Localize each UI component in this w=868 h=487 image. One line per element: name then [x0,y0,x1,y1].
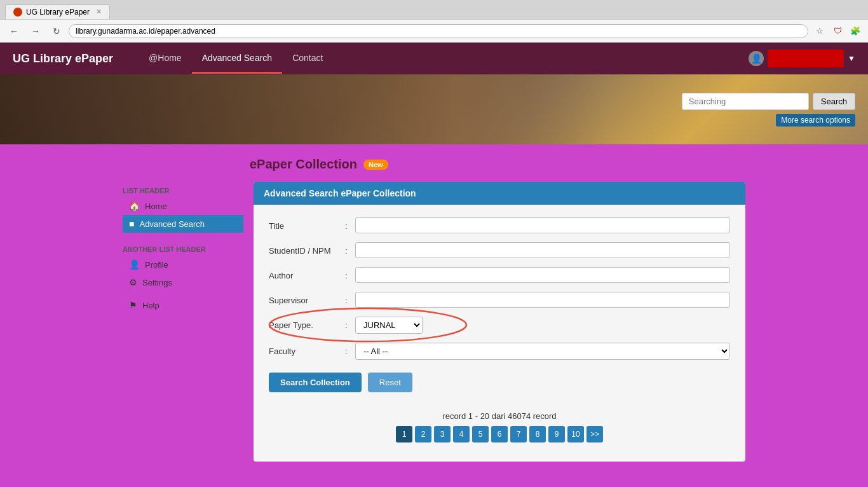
hero-books-decoration [0,74,607,144]
page-btn-next[interactable]: >> [587,426,603,442]
tab-favicon [13,8,22,17]
sidebar-item-advanced-search[interactable]: ■ Advanced Search [123,215,243,233]
address-bar: ← → ↻ ☆ 🛡 🧩 [0,19,868,42]
content-wrapper: ePaper Collection New LIST HEADER 🏠 Home… [123,157,745,462]
collection-title: ePaper Collection [250,157,357,172]
navbar-links: @Home Advanced Search Contact [139,44,333,74]
supervisor-colon: : [345,292,355,305]
sidebar-help-label: Help [142,301,159,310]
author-label: Author [269,267,345,280]
home-icon: 🏠 [129,201,140,211]
title-input[interactable] [355,217,730,233]
star-icon[interactable]: ☆ [812,24,827,39]
record-info: record 1 - 20 dari 46074 record [269,411,730,421]
page-btn-6[interactable]: 6 [491,426,508,442]
sidebar-item-help[interactable]: ⚑ Help [123,296,243,314]
main-content: ePaper Collection New LIST HEADER 🏠 Home… [0,144,868,474]
page-btn-7[interactable]: 7 [510,426,527,442]
faculty-label: Faculty [269,343,345,356]
sidebar-item-settings[interactable]: ⚙ Settings [123,273,243,291]
studentid-colon: : [345,242,355,256]
sidebar-list-header: LIST HEADER [123,182,243,197]
supervisor-form-row: Supervisor : [269,292,730,308]
navbar: UG Library ePaper @Home Advanced Search … [0,43,868,74]
hero-search-input[interactable] [682,93,809,110]
sidebar-item-home[interactable]: 🏠 Home [123,197,243,215]
author-input[interactable] [355,267,730,283]
sidebar: LIST HEADER 🏠 Home ■ Advanced Search ANO… [123,182,243,462]
user-name-bar [768,50,844,67]
pagination: 1 2 3 4 5 6 7 8 9 10 >> [269,426,730,442]
reset-button[interactable]: Reset [368,373,412,392]
browser-icons: ☆ 🛡 🧩 [812,24,863,39]
supervisor-label: Supervisor [269,292,345,305]
page-btn-8[interactable]: 8 [529,426,546,442]
pagination-area: record 1 - 20 dari 46074 record 1 2 3 4 … [269,405,730,449]
profile-icon: 👤 [129,259,140,270]
faculty-select[interactable]: -- All -- Ilmu Komputer Teknik Ekonomi P… [355,343,730,360]
page-btn-2[interactable]: 2 [415,426,431,442]
page-btn-10[interactable]: 10 [567,426,584,442]
url-input[interactable] [69,24,808,38]
advanced-search-icon: ■ [129,219,134,229]
hero-search-button[interactable]: Search [813,93,855,110]
hero-banner: Search More search options [0,74,868,144]
more-search-options-link[interactable]: More search options [776,114,855,127]
sidebar-another-header: ANOTHER LIST HEADER [123,240,243,256]
browser-chrome: UG Library ePaper ✕ ← → ↻ ☆ 🛡 🧩 [0,0,868,43]
extension-icon[interactable]: 🧩 [848,24,863,39]
sidebar-home-label: Home [145,202,167,211]
studentid-form-row: StudentID / NPM : [269,242,730,258]
main-panel: Advanced Search ePaper Collection Title … [254,182,745,462]
author-form-row: Author : [269,267,730,283]
sidebar-advanced-search-label: Advanced Search [139,219,205,229]
adblock-icon[interactable]: 🛡 [830,24,845,39]
sidebar-profile-label: Profile [145,260,168,270]
settings-icon: ⚙ [129,277,137,287]
browser-tab[interactable]: UG Library ePaper ✕ [5,4,110,19]
help-icon: ⚑ [129,300,137,310]
user-dropdown-arrow[interactable]: ▼ [848,54,855,63]
title-colon: : [345,217,355,231]
tab-title: UG Library ePaper [26,8,90,17]
content-area: LIST HEADER 🏠 Home ■ Advanced Search ANO… [123,182,745,462]
user-avatar: 👤 [749,51,764,66]
navbar-user: 👤 ▼ [749,50,855,67]
paper-type-wrapper: JURNAL SKRIPSI THESIS DISERTASI [355,317,730,334]
back-button[interactable]: ← [5,24,23,38]
page-btn-5[interactable]: 5 [472,426,489,442]
supervisor-input[interactable] [355,292,730,308]
title-label: Title [269,217,345,231]
paper-type-select[interactable]: JURNAL SKRIPSI THESIS DISERTASI [355,317,423,334]
paper-type-label: Paper Type. [269,317,345,330]
author-colon: : [345,267,355,280]
paper-type-colon: : [345,317,355,330]
paper-type-form-row: Paper Type. : JURNAL SKRIPSI THESIS DISE… [269,317,730,334]
search-collection-button[interactable]: Search Collection [269,373,362,392]
studentid-input[interactable] [355,242,730,258]
new-badge: New [363,160,388,170]
form-buttons: Search Collection Reset [269,373,730,392]
panel-header: Advanced Search ePaper Collection [254,182,745,205]
page-btn-3[interactable]: 3 [434,426,451,442]
collection-header: ePaper Collection New [250,157,745,172]
panel-body: Title : StudentID / NPM : Author : [254,205,745,462]
nav-advanced-search[interactable]: Advanced Search [192,44,283,74]
forward-button[interactable]: → [27,24,44,38]
page-btn-9[interactable]: 9 [548,426,565,442]
page-btn-4[interactable]: 4 [453,426,470,442]
navbar-brand: UG Library ePaper [13,52,113,65]
tab-close-btn[interactable]: ✕ [96,8,102,16]
reload-button[interactable]: ↻ [48,24,65,38]
faculty-colon: : [345,343,355,356]
sidebar-settings-label: Settings [142,278,172,287]
sidebar-item-profile[interactable]: 👤 Profile [123,256,243,273]
nav-contact[interactable]: Contact [282,44,333,74]
nav-home[interactable]: @Home [139,44,192,74]
hero-search-area: Search More search options [682,93,855,127]
faculty-form-row: Faculty : -- All -- Ilmu Komputer Teknik… [269,343,730,360]
page-btn-1[interactable]: 1 [396,426,412,442]
hero-search-row: Search [682,93,855,110]
title-form-row: Title : [269,217,730,233]
studentid-label: StudentID / NPM [269,242,345,256]
